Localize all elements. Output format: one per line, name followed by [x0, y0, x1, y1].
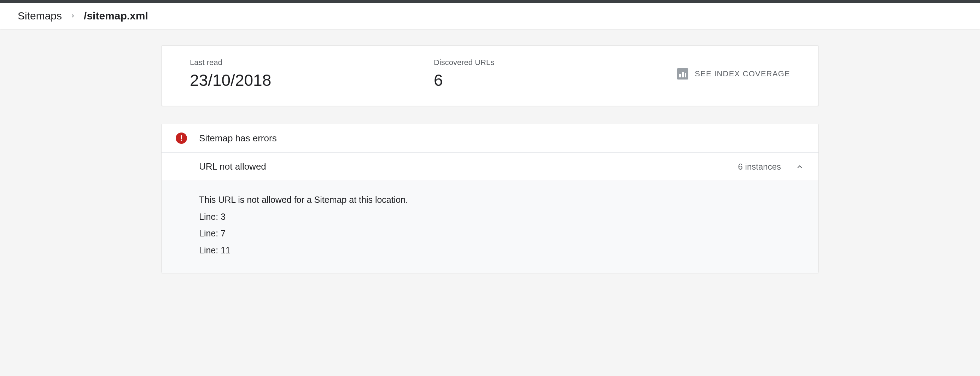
bar-chart-icon	[677, 68, 688, 79]
chevron-right-icon	[70, 13, 76, 19]
error-icon: !	[176, 133, 187, 144]
last-read-block: Last read 23/10/2018	[190, 58, 434, 90]
error-detail-line: Line: 11	[199, 242, 804, 259]
error-detail-line: This URL is not allowed for a Sitemap at…	[199, 192, 804, 208]
last-read-label: Last read	[190, 58, 434, 67]
coverage-link-label: SEE INDEX COVERAGE	[695, 69, 790, 78]
error-details-panel: This URL is not allowed for a Sitemap at…	[162, 181, 818, 273]
top-stripe	[0, 0, 980, 3]
error-detail-line: Line: 7	[199, 225, 804, 242]
breadcrumb-current: /sitemap.xml	[84, 10, 148, 22]
errors-card: ! Sitemap has errors URL not allowed 6 i…	[161, 124, 819, 273]
summary-card: Last read 23/10/2018 Discovered URLs 6 S…	[161, 45, 819, 106]
error-item-row[interactable]: URL not allowed 6 instances	[162, 153, 818, 181]
see-index-coverage-link[interactable]: SEE INDEX COVERAGE	[677, 68, 790, 79]
breadcrumb-root-link[interactable]: Sitemaps	[18, 10, 62, 22]
breadcrumb: Sitemaps /sitemap.xml	[0, 3, 980, 29]
error-detail-line: Line: 3	[199, 208, 804, 225]
discovered-urls-label: Discovered URLs	[434, 58, 677, 67]
errors-title: Sitemap has errors	[199, 133, 277, 144]
last-read-value: 23/10/2018	[190, 71, 434, 90]
error-item-count: 6 instances	[738, 162, 781, 172]
discovered-urls-block: Discovered URLs 6	[434, 58, 677, 90]
error-item-name: URL not allowed	[199, 161, 738, 172]
content-area: Last read 23/10/2018 Discovered URLs 6 S…	[0, 29, 980, 289]
chevron-up-icon	[795, 162, 804, 171]
discovered-urls-value: 6	[434, 71, 677, 90]
errors-header: ! Sitemap has errors	[162, 124, 818, 153]
